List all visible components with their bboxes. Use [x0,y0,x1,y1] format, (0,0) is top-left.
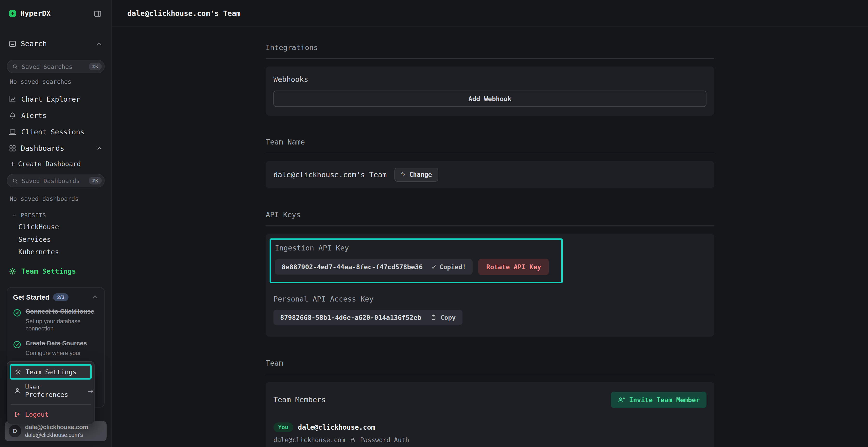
you-badge: You [273,422,293,432]
section-team: Team Team Members Invite Team Member You… [266,359,714,447]
dashboards-icon [9,144,17,152]
item-title: Connect to ClickHouse [26,308,98,316]
webhooks-label: Webhooks [273,75,707,84]
pencil-icon: ✎ [401,171,406,178]
item-subtitle: Set up your database connection [26,318,98,333]
team-members-label: Team Members [273,396,326,404]
api-keys-card: Ingestion API Key 8e887902-4ed7-44ea-8fe… [266,234,714,337]
get-started-item-connect[interactable]: Connect to ClickHouse Set up your databa… [13,308,98,333]
divider [266,58,714,59]
menu-item-label: Team Settings [26,368,76,376]
get-started-item-sources[interactable]: Create Data Sources Configure where your [13,340,98,357]
dashboards-section-label: Dashboards [21,144,92,153]
gear-icon [14,369,21,375]
key-text: 87982668-58b1-4d6e-a620-014a136f52eb [280,314,421,321]
menu-item-logout[interactable]: Logout [10,407,92,421]
search-icon [12,63,18,70]
create-dashboard-label: Create Dashboard [18,160,81,168]
user-chip-text: dale@clickhouse.com dale@clickhouse.com'… [25,424,88,438]
check-circle-icon [13,341,21,349]
nav-alerts[interactable]: Alerts [6,107,105,124]
copied-label: Copied! [439,263,466,271]
preset-clickhouse[interactable]: ClickHouse [6,220,105,233]
nav-label: Chart Explorer [21,95,80,103]
invite-team-member-button[interactable]: Invite Team Member [611,391,707,408]
settings-content: Integrations Webhooks Add Webhook Team N… [266,27,714,447]
menu-item-label: User Preferences [25,383,87,398]
no-saved-searches-text: No saved searches [6,73,105,91]
shortcut-badge: ⌘K [89,177,102,184]
item-subtitle: Configure where your [26,350,87,357]
chart-icon [9,95,17,103]
menu-item-user-preferences[interactable]: User Preferences [10,380,92,402]
copied-indicator: ✓ Copied! [431,263,466,271]
create-dashboard-button[interactable]: + Create Dashboard [6,157,105,171]
saved-dashboards-input[interactable]: Saved Dashboards ⌘K [7,174,105,187]
brand: HyperDX [9,9,51,18]
personal-key-label: Personal API Access Key [273,295,707,304]
invite-label: Invite Team Member [629,396,700,404]
sidebar-collapse-button[interactable] [93,8,103,19]
change-label: Change [409,171,432,178]
logs-icon [9,40,17,48]
section-api-keys: API Keys Ingestion API Key 8e887902-4ed7… [266,210,714,337]
search-section-label: Search [21,39,92,48]
sidebar: HyperDX Search Saved Searches ⌘K No save… [0,0,112,447]
team-members-card: Team Members Invite Team Member You dale… [266,382,714,447]
panel-toggle-icon [94,9,102,18]
no-saved-dashboards-text: No saved dashboards [6,190,105,208]
chevron-up-icon [92,294,98,301]
section-team-name: Team Name dale@clickhouse.com's Team ✎ C… [266,138,714,188]
preset-kubernetes[interactable]: Kubernetes [6,246,105,258]
add-webhook-button[interactable]: Add Webhook [273,91,707,107]
ingestion-key-annotation: Ingestion API Key 8e887902-4ed7-44ea-8fe… [270,238,563,283]
hyperdx-logo-icon [9,10,17,18]
gear-icon [9,267,17,275]
user-name: dale@clickhouse.com [25,424,88,431]
nav-client-sessions[interactable]: Client Sessions [6,124,105,140]
chevron-up-icon [96,40,103,47]
user-menu-popup: Team Settings User Preferences Logout [7,361,94,424]
api-keys-title: API Keys [266,210,714,219]
page-header: dale@clickhouse.com's Team [112,0,868,27]
chevron-down-icon [11,212,18,218]
lock-icon [349,437,355,443]
presets-toggle[interactable]: PRESETS [6,208,105,220]
presets-label: PRESETS [21,212,46,219]
integrations-title: Integrations [266,43,714,52]
nav-team-settings[interactable]: Team Settings [6,263,105,279]
team-name-title: Team Name [266,138,714,146]
personal-key-value[interactable]: 87982668-58b1-4d6e-a620-014a136f52eb Cop… [273,310,462,325]
team-members-header: Team Members Invite Team Member [273,391,707,408]
copy-action: Copy [430,314,456,321]
ingestion-key-value[interactable]: 8e887902-4ed7-44ea-8fec-f47cd578be36 ✓ C… [275,259,473,275]
saved-dashboards-placeholder: Saved Dashboards [22,177,86,184]
preset-services[interactable]: Services [6,233,105,246]
member-name: dale@clickhouse.com [298,423,375,431]
member-meta: dale@clickhouse.com Password Auth [273,437,707,444]
get-started-title: Get Started [13,294,50,301]
section-integrations: Integrations Webhooks Add Webhook [266,43,714,115]
ingestion-key-row: 8e887902-4ed7-44ea-8fec-f47cd578be36 ✓ C… [275,259,549,275]
change-team-name-button[interactable]: ✎ Change [395,168,438,182]
webhooks-card: Webhooks Add Webhook [266,66,714,115]
sidebar-section-search[interactable]: Search [6,36,105,52]
plus-icon: + [10,160,15,168]
app-root: HyperDX Search Saved Searches ⌘K No save… [0,0,868,447]
logout-icon [14,411,21,418]
saved-searches-input[interactable]: Saved Searches ⌘K [7,60,105,73]
person-plus-icon [618,397,625,403]
divider [266,374,714,374]
chevron-up-icon [96,145,103,152]
get-started-header[interactable]: Get Started 2/3 [13,294,98,301]
rotate-api-key-button[interactable]: Rotate API Key [478,259,549,275]
nav-chart-explorer[interactable]: Chart Explorer [6,91,105,107]
user-subtitle: dale@clickhouse.com's [25,431,88,438]
menu-item-label: Logout [25,410,49,418]
menu-item-team-settings[interactable]: Team Settings [10,364,92,380]
member-auth: Password Auth [360,437,409,444]
main-area: dale@clickhouse.com's Team Integrations … [112,0,868,447]
team-title: Team [266,359,714,368]
laptop-icon [9,128,17,136]
sidebar-section-dashboards[interactable]: Dashboards [6,140,105,157]
